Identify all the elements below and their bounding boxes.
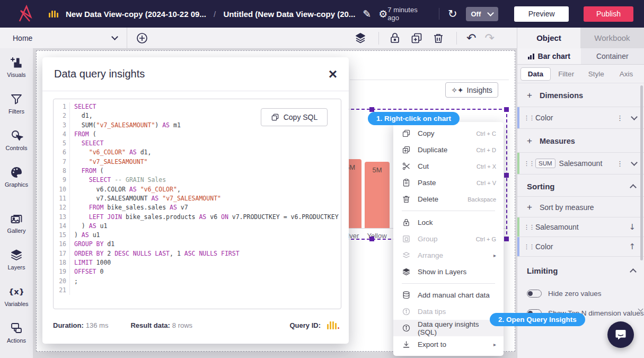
last-saved-label: 7 minutes ago bbox=[387, 6, 430, 22]
sidebar-item-graphics[interactable]: Graphics bbox=[0, 165, 33, 188]
menu-item-show-in-layers[interactable]: Show in Layers bbox=[393, 264, 504, 280]
sort-descending-icon[interactable]: ↓ bbox=[629, 222, 636, 232]
tab-object[interactable]: Object bbox=[517, 28, 580, 48]
selection-handle[interactable] bbox=[369, 107, 374, 112]
chevron-down-icon[interactable] bbox=[631, 159, 638, 166]
tab-bar-chart[interactable]: Bar chart bbox=[517, 48, 581, 64]
menu-item-cut[interactable]: CutCtrl + X bbox=[393, 158, 504, 174]
sidebar-item-variables[interactable]: {x}Variables bbox=[0, 285, 33, 307]
drag-handle-icon[interactable]: ⋮⋮ bbox=[524, 224, 531, 231]
drag-handle-icon[interactable]: ⋮⋮ bbox=[524, 115, 531, 121]
line-number: 12 bbox=[54, 203, 70, 212]
drag-handle-icon[interactable]: ⋮⋮ bbox=[524, 160, 531, 167]
redo-icon[interactable]: ↷ bbox=[484, 32, 494, 44]
top-bar: New Data View-copy (2024-10-22 09... / U… bbox=[0, 0, 644, 28]
sidebar-item-controls[interactable]: Controls bbox=[0, 129, 33, 151]
brand-logo-icon[interactable] bbox=[17, 4, 35, 24]
sorting-section-header[interactable]: Sorting bbox=[517, 174, 644, 196]
line-number: 7 bbox=[54, 158, 70, 167]
page-selector-value: Home bbox=[13, 34, 32, 42]
preview-button[interactable]: Preview bbox=[514, 6, 569, 22]
duplicate-toolbar-icon[interactable] bbox=[410, 32, 423, 45]
settings-gear-icon[interactable]: ⚙ bbox=[378, 8, 387, 20]
lock-toolbar-icon[interactable] bbox=[389, 32, 401, 45]
layers-toolbar-icon[interactable] bbox=[354, 32, 367, 45]
menu-item-paste[interactable]: PasteCtrl + V bbox=[393, 174, 504, 191]
limiting-title: Limiting bbox=[527, 266, 558, 275]
add-item-icon[interactable] bbox=[136, 32, 148, 45]
menu-item-export-to[interactable]: Export to▸ bbox=[393, 336, 504, 353]
sql-code-viewer[interactable]: 1SELECT2 d1,3 SUM("v7_SALESAMOUNT") AS m… bbox=[53, 99, 341, 309]
selection-handle[interactable] bbox=[504, 237, 509, 241]
add-measure-button[interactable]: + Measures bbox=[517, 129, 644, 152]
menu-item-add-manual-chart-data[interactable]: Add manual chart data bbox=[393, 287, 504, 303]
toggle-off-icon[interactable] bbox=[527, 290, 542, 298]
sidebar-item-label: Gallery bbox=[7, 228, 26, 234]
page-selector-dropdown[interactable]: Home bbox=[0, 28, 127, 48]
sort-row-color[interactable]: ⋮⋮ Color ↑ bbox=[517, 237, 644, 257]
dimension-row-color[interactable]: ⋮⋮ Color ⋮ bbox=[517, 107, 644, 129]
chevron-down-icon bbox=[111, 33, 118, 40]
refresh-icon[interactable]: ↻ bbox=[448, 7, 457, 20]
kebab-menu-icon[interactable]: ⋮ bbox=[616, 114, 623, 122]
sidebar-item-filters[interactable]: Filters bbox=[0, 92, 33, 115]
add-dimension-button[interactable]: + Dimensions bbox=[517, 83, 644, 107]
menu-item-copy[interactable]: CopyCtrl + C bbox=[393, 125, 504, 142]
limiting-section-header[interactable]: Limiting bbox=[517, 257, 644, 281]
breadcrumb-dataview[interactable]: New Data View-copy (2024-10-22 09... bbox=[66, 10, 206, 19]
undo-icon[interactable]: ↶ bbox=[466, 32, 476, 44]
support-chat-button[interactable] bbox=[607, 321, 634, 348]
copy-icon bbox=[271, 113, 279, 121]
tab-filter[interactable]: Filter bbox=[552, 68, 581, 80]
sidebar-item-gallery[interactable]: Gallery bbox=[0, 212, 33, 234]
actions-icon bbox=[10, 321, 23, 335]
sidebar-item-actions[interactable]: Actions bbox=[0, 321, 33, 344]
tab-axis[interactable]: Axis bbox=[612, 68, 641, 80]
aggregation-chip[interactable]: SUM bbox=[535, 159, 555, 168]
selection-handle[interactable] bbox=[504, 173, 509, 178]
tab-workbook[interactable]: Workbook bbox=[580, 28, 644, 48]
sidebar-item-layers[interactable]: Layers bbox=[0, 248, 33, 270]
publish-button[interactable]: Publish bbox=[584, 6, 633, 22]
menu-item-duplicate[interactable]: DuplicateCtrl + D bbox=[393, 142, 504, 158]
sort-row-salesamount[interactable]: ⋮⋮ Salesamount ↓ bbox=[517, 217, 644, 237]
sidebar-item-visuals[interactable]: Visuals bbox=[0, 56, 33, 78]
line-number: 20 bbox=[54, 277, 70, 286]
insights-button[interactable]: ✧✦ Insights bbox=[445, 82, 498, 98]
collapse-icon bbox=[630, 268, 637, 275]
add-sort-by-measure-button[interactable]: + Sort by measure bbox=[517, 197, 644, 217]
code-line: 4FROM ( bbox=[54, 130, 341, 139]
code-text: d1, bbox=[70, 111, 93, 120]
sort-ascending-icon[interactable]: ↑ bbox=[629, 242, 636, 251]
menu-item-data-query-insights[interactable]: Data query insights (SQL) bbox=[393, 320, 504, 336]
code-line: 8 FROM ( bbox=[54, 167, 341, 176]
menu-item-label: Delete bbox=[418, 195, 438, 203]
drag-handle-icon[interactable]: ⋮⋮ bbox=[524, 243, 531, 250]
tab-container[interactable]: Container bbox=[581, 48, 644, 64]
menu-item-label: Data tips bbox=[418, 308, 446, 316]
breadcrumb-workbook-title[interactable]: Untitled (New Data View-copy (20... bbox=[223, 10, 355, 19]
callout-step1: 1. Right-click on chart bbox=[368, 112, 460, 125]
close-icon[interactable]: × bbox=[329, 68, 337, 81]
kebab-menu-icon[interactable]: ⋮ bbox=[616, 160, 623, 168]
copy-sql-button[interactable]: Copy SQL bbox=[261, 108, 328, 126]
tab-data[interactable]: Data bbox=[521, 67, 551, 81]
selection-handle[interactable] bbox=[504, 107, 509, 112]
tab-style[interactable]: Style bbox=[582, 68, 611, 80]
measure-row-salesamount[interactable]: ⋮⋮ SUM Salesamount ⋮ bbox=[517, 152, 644, 174]
panel-scrollbar[interactable] bbox=[640, 85, 643, 260]
database-icon bbox=[402, 291, 411, 300]
gallery-icon bbox=[10, 212, 23, 225]
left-sidebar: VisualsFiltersControlsGraphicsGalleryLay… bbox=[0, 48, 33, 358]
autorefresh-dropdown[interactable]: Off bbox=[466, 7, 499, 21]
code-text: ) AS u1 bbox=[70, 222, 107, 231]
chevron-down-icon[interactable] bbox=[631, 113, 638, 120]
menu-item-lock[interactable]: Lock bbox=[393, 214, 504, 231]
menu-item-delete[interactable]: DeleteBackspace bbox=[393, 191, 504, 207]
hide-zero-values-toggle[interactable]: Hide zero values bbox=[517, 284, 644, 303]
edit-title-icon[interactable]: ✎ bbox=[363, 8, 371, 20]
code-text: LIMIT 1000 bbox=[70, 258, 111, 267]
selection-handle[interactable] bbox=[369, 237, 374, 241]
toolbar-divider bbox=[456, 32, 457, 45]
delete-toolbar-icon[interactable] bbox=[432, 32, 445, 45]
